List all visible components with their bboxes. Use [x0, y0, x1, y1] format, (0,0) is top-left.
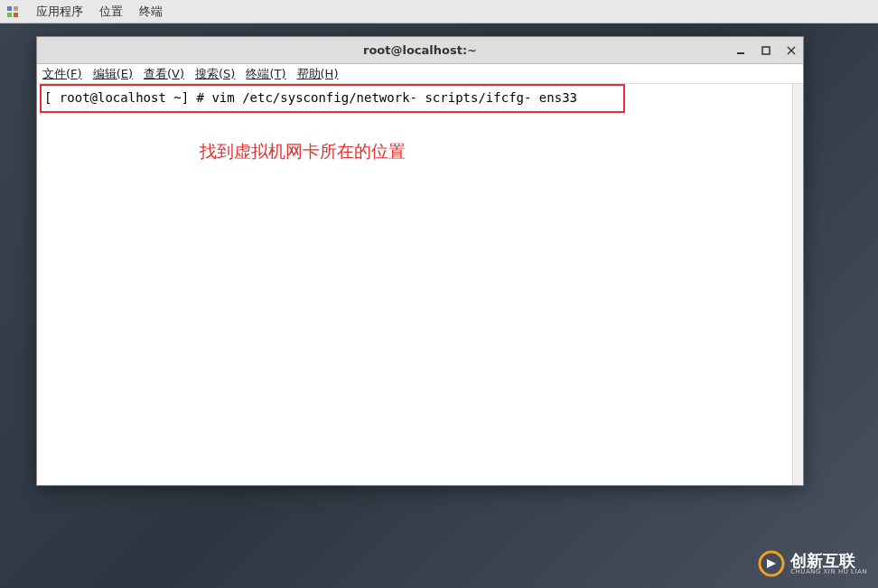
svg-rect-3	[14, 13, 18, 17]
command-line: [ root@localhost ~] # vim /etc/sysconfig…	[44, 89, 796, 107]
maximize-button[interactable]	[760, 44, 772, 57]
vertical-scrollbar[interactable]	[792, 84, 803, 485]
minimize-button[interactable]	[734, 44, 747, 57]
menu-edit[interactable]: 编辑(E)	[93, 66, 133, 82]
watermark-logo-icon	[758, 550, 785, 577]
terminal-window: root@localhost:~ 文件(F) 编辑(E) 查看(V) 搜索(S)…	[36, 36, 804, 486]
terminal-menubar: 文件(F) 编辑(E) 查看(V) 搜索(S) 终端(T) 帮助(H)	[37, 64, 803, 84]
svg-rect-2	[7, 13, 12, 17]
menu-help[interactable]: 帮助(H)	[297, 66, 339, 82]
svg-rect-1	[14, 6, 18, 11]
panel-terminal[interactable]: 终端	[139, 4, 163, 20]
window-controls	[734, 44, 798, 57]
close-button[interactable]	[785, 44, 798, 57]
svg-rect-5	[762, 47, 770, 54]
menu-terminal[interactable]: 终端(T)	[246, 66, 285, 82]
watermark: 创新互联 CHUANG XIN HU LIAN	[758, 550, 867, 577]
watermark-sub: CHUANG XIN HU LIAN	[790, 569, 867, 575]
menu-view[interactable]: 查看(V)	[144, 66, 184, 82]
menu-file[interactable]: 文件(F)	[42, 66, 82, 82]
annotation-text: 找到虚拟机网卡所在的位置	[200, 140, 406, 163]
desktop-top-panel: 应用程序 位置 终端	[0, 0, 878, 23]
window-title: root@localhost:~	[37, 43, 803, 57]
window-titlebar[interactable]: root@localhost:~	[37, 37, 803, 64]
watermark-main: 创新互联	[790, 553, 867, 569]
menu-search[interactable]: 搜索(S)	[195, 66, 235, 82]
panel-applications[interactable]: 应用程序	[36, 4, 83, 20]
panel-places[interactable]: 位置	[99, 4, 123, 20]
activities-icon[interactable]	[5, 5, 20, 19]
terminal-content[interactable]: [ root@localhost ~] # vim /etc/sysconfig…	[37, 84, 803, 485]
svg-rect-0	[7, 6, 12, 11]
